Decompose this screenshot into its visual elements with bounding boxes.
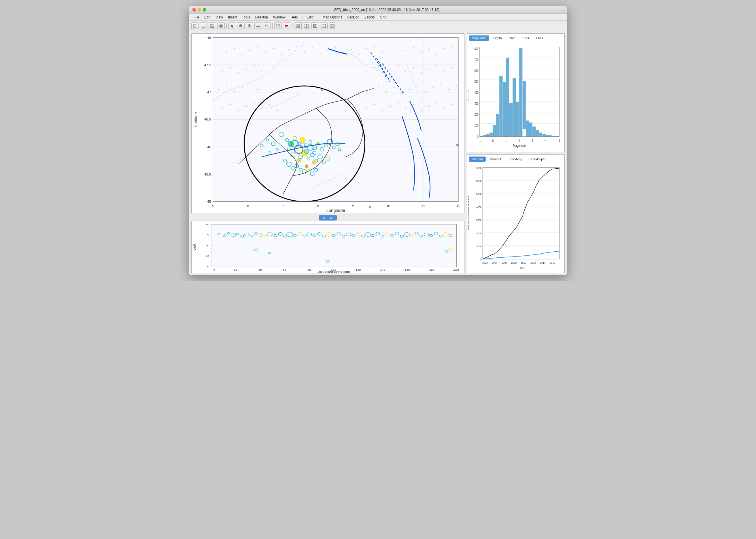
toolbar-new[interactable] — [191, 23, 199, 30]
svg-text:180: 180 — [429, 269, 435, 271]
maximize-button[interactable] — [203, 8, 206, 12]
menu-edit2[interactable]: Edit! — [304, 15, 316, 20]
svg-text:45: 45 — [207, 199, 211, 203]
svg-point-137 — [397, 102, 398, 103]
toolbar-toggle2[interactable] — [311, 23, 319, 30]
close-button[interactable] — [192, 8, 196, 12]
tab-fmd[interactable]: FMD — [533, 36, 546, 40]
svg-point-73 — [335, 47, 336, 48]
toolbar-pan[interactable] — [254, 23, 262, 30]
svg-text:47.5: 47.5 — [204, 63, 211, 67]
svg-text:A': A' — [453, 269, 456, 271]
svg-point-132 — [277, 110, 278, 111]
tab-moment[interactable]: Moment — [487, 157, 504, 162]
menu-map-options[interactable]: Map Options — [320, 15, 345, 20]
toolbar-open[interactable] — [200, 23, 207, 30]
toolbar-select-rect[interactable] — [274, 23, 282, 30]
svg-text:2010: 2010 — [521, 261, 526, 264]
menu-catalog[interactable]: Catalog — [345, 15, 362, 20]
svg-text:Magnitude: Magnitude — [513, 143, 526, 147]
svg-point-84 — [421, 52, 422, 53]
toolbar-toggle4[interactable] — [329, 23, 336, 30]
tab-cumplot[interactable]: cumplot — [469, 157, 486, 162]
menu-file[interactable]: File — [191, 15, 201, 20]
svg-point-124 — [257, 89, 258, 90]
svg-point-61 — [242, 54, 243, 55]
svg-point-83 — [413, 47, 414, 48]
tab-time-mag[interactable]: Time-Mag — [505, 157, 525, 162]
toolbar-zoom-out[interactable] — [246, 23, 253, 30]
minimize-button[interactable] — [198, 8, 201, 12]
svg-point-143 — [444, 108, 445, 109]
tab-time-depth[interactable]: Time-Depth — [526, 157, 548, 162]
menu-tools[interactable]: Tools — [240, 15, 252, 20]
toolbar-draw[interactable]: ✏ — [283, 23, 290, 30]
svg-point-104 — [436, 65, 437, 66]
menu-ztools[interactable]: ZTools — [362, 15, 377, 20]
titlebar: SED_fdsn_2000_on [10-Jan-2000 05:30:09 -… — [189, 6, 567, 14]
tab-date[interactable]: Date — [506, 36, 518, 40]
svg-point-113 — [417, 85, 418, 87]
svg-point-138 — [405, 108, 406, 109]
toolbar-toggle3[interactable] — [320, 23, 328, 30]
svg-point-107 — [370, 89, 372, 90]
svg-point-67 — [288, 49, 290, 50]
svg-text:Cummulative Number of events: Cummulative Number of events — [467, 195, 470, 233]
svg-text:5: 5 — [559, 139, 560, 142]
map-container[interactable]: 45 45.5 46 46.5 47 47.5 48 48.5 5 6 7 — [191, 34, 464, 213]
svg-point-81 — [397, 52, 398, 54]
svg-rect-317 — [503, 82, 506, 137]
svg-rect-324 — [526, 121, 529, 137]
toolbar-toggle1[interactable] — [303, 23, 310, 30]
svg-text:0: 0 — [480, 258, 481, 261]
cumplot-chart-area: 0 1000 2000 3000 4000 5000 6000 7000 Cum… — [467, 163, 564, 273]
tab-magnitude[interactable]: Magnitude — [469, 36, 489, 40]
left-panel: 45 45.5 46 46.5 47 47.5 48 48.5 5 6 7 — [191, 34, 464, 273]
menu-desktop[interactable]: Desktop — [253, 15, 270, 20]
svg-text:2012: 2012 — [530, 261, 536, 264]
svg-text:100: 100 — [474, 124, 479, 127]
menu-sep2: | — [317, 15, 318, 19]
menu-insert[interactable]: Insert — [226, 15, 239, 20]
svg-point-135 — [382, 110, 383, 111]
svg-text:6000: 6000 — [476, 179, 482, 183]
toolbar-undo[interactable] — [263, 23, 271, 30]
toolbar-cursor[interactable] — [229, 23, 236, 30]
svg-text:47: 47 — [207, 90, 211, 94]
svg-text:Dist along strike [km]: Dist along strike [km] — [317, 270, 350, 273]
svg-rect-315 — [496, 114, 499, 137]
svg-text:3000: 3000 — [476, 218, 482, 222]
svg-point-116 — [440, 84, 442, 85]
svg-text:1: 1 — [505, 139, 507, 142]
toolbar-print[interactable] — [217, 23, 225, 30]
menu-edit[interactable]: Edit — [202, 15, 213, 20]
tab-hour[interactable]: Hour — [519, 36, 532, 40]
svg-text:2006: 2006 — [502, 261, 507, 264]
svg-text:40: 40 — [206, 255, 209, 257]
menu-window[interactable]: Window — [271, 15, 288, 20]
toolbar-zoom-in[interactable] — [237, 23, 244, 30]
svg-point-142 — [436, 102, 437, 103]
svg-point-134 — [374, 104, 375, 105]
toolbar-export[interactable] — [294, 23, 302, 30]
menu-view[interactable]: View — [213, 15, 225, 20]
svg-point-101 — [413, 67, 414, 68]
svg-point-76 — [358, 54, 360, 55]
svg-point-197 — [305, 165, 308, 168]
svg-text:46.5: 46.5 — [204, 117, 211, 121]
svg-point-105 — [444, 70, 445, 71]
menu-sep1: | — [302, 15, 303, 19]
menu-grid[interactable]: Grid — [378, 15, 389, 20]
svg-line-13 — [250, 27, 251, 28]
toolbar-save[interactable] — [209, 23, 216, 30]
toolbar-sep3 — [292, 23, 293, 29]
cross-section-button[interactable]: A → A' — [319, 215, 337, 220]
svg-point-144 — [452, 104, 453, 105]
svg-point-80 — [389, 47, 391, 48]
svg-text:Number: Number — [467, 88, 470, 101]
toolbar-sep2 — [272, 23, 273, 29]
tab-depth[interactable]: Depth — [490, 36, 505, 40]
svg-rect-22 — [322, 24, 325, 28]
svg-text:-20: -20 — [205, 223, 209, 225]
menu-help[interactable]: Help — [288, 15, 300, 20]
